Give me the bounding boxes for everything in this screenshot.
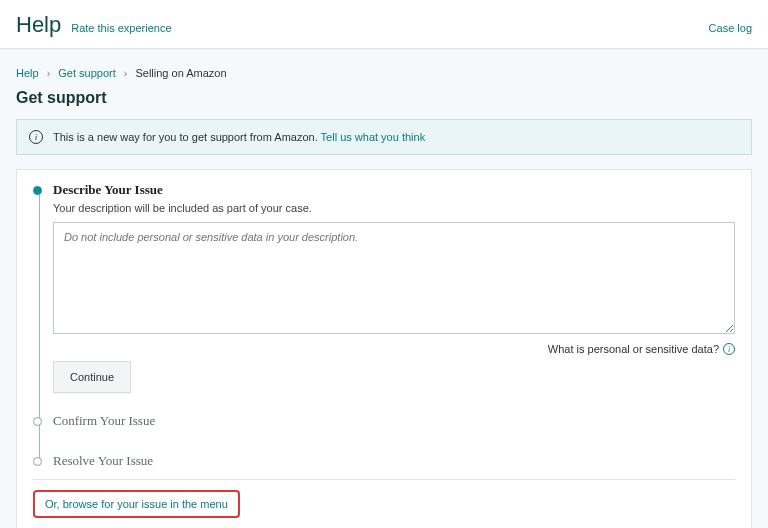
chevron-right-icon: ›	[47, 67, 51, 79]
info-icon: i	[723, 343, 735, 355]
step-confirm-title: Confirm Your Issue	[53, 413, 735, 429]
support-card: Describe Your Issue Your description wil…	[16, 169, 752, 528]
breadcrumb: Help › Get support › Selling on Amazon	[16, 59, 752, 89]
info-banner: i This is a new way for you to get suppo…	[16, 119, 752, 155]
step-dot-icon	[33, 417, 42, 426]
step-resolve: Resolve Your Issue	[53, 453, 735, 469]
step-describe-title: Describe Your Issue	[53, 182, 735, 198]
browse-menu-link[interactable]: Or, browse for your issue in the menu	[33, 490, 240, 518]
help-heading: Help	[16, 12, 61, 38]
step-confirm: Confirm Your Issue	[53, 413, 735, 429]
browse-row: Or, browse for your issue in the menu	[33, 479, 735, 518]
step-describe-subtitle: Your description will be included as par…	[53, 202, 735, 214]
rate-experience-link[interactable]: Rate this experience	[71, 22, 171, 34]
step-describe: Describe Your Issue Your description wil…	[53, 182, 735, 393]
step-resolve-title: Resolve Your Issue	[53, 453, 735, 469]
topbar-left: Help Rate this experience	[16, 12, 172, 38]
chevron-right-icon: ›	[124, 67, 128, 79]
step-dot-icon	[33, 457, 42, 466]
breadcrumb-current: Selling on Amazon	[135, 67, 226, 79]
issue-description-input[interactable]	[53, 222, 735, 334]
info-banner-msg: This is a new way for you to get support…	[53, 131, 318, 143]
sensitive-data-help-text: What is personal or sensitive data?	[548, 343, 719, 355]
sensitive-data-help[interactable]: What is personal or sensitive data? i	[53, 343, 735, 355]
info-icon: i	[29, 130, 43, 144]
continue-button[interactable]: Continue	[53, 361, 131, 393]
page-body: Help › Get support › Selling on Amazon G…	[0, 49, 768, 528]
breadcrumb-get-support[interactable]: Get support	[58, 67, 115, 79]
info-banner-text: This is a new way for you to get support…	[53, 131, 425, 143]
case-log-link[interactable]: Case log	[709, 22, 752, 34]
stepper: Describe Your Issue Your description wil…	[33, 182, 735, 469]
tell-us-link[interactable]: Tell us what you think	[321, 131, 426, 143]
page-title: Get support	[16, 89, 752, 107]
breadcrumb-help[interactable]: Help	[16, 67, 39, 79]
step-dot-icon	[33, 186, 42, 195]
topbar: Help Rate this experience Case log	[0, 0, 768, 49]
